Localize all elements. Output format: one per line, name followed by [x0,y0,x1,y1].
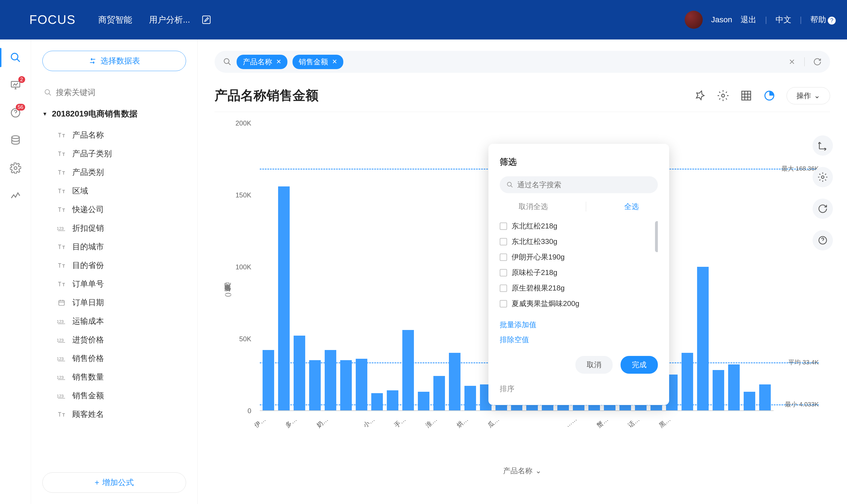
reload-icon[interactable] [813,199,833,219]
pill-product-name[interactable]: 产品名称✕ [237,55,288,69]
checkbox-icon[interactable] [500,254,507,261]
operate-button[interactable]: 操作⌄ [786,87,830,104]
bar[interactable] [356,359,367,410]
field-label: 目的城市 [72,241,104,252]
filter-option[interactable]: 东北红松218g [500,218,658,234]
field-label: 订单单号 [72,278,104,289]
bar[interactable] [681,353,693,410]
help-icon[interactable] [813,230,833,250]
scrollbar-thumb[interactable] [655,221,658,252]
bar[interactable] [387,390,398,410]
logout-link[interactable]: 退出 [741,14,756,25]
filter-option[interactable]: 原生碧根果218g [500,280,658,296]
field-item[interactable]: 产品类别 [42,165,186,180]
checkbox-icon[interactable] [500,269,507,276]
field-item[interactable]: 订单单号 [42,276,186,292]
checkbox-icon[interactable] [500,300,507,307]
rail-trend-icon[interactable] [9,189,22,202]
bar[interactable] [697,267,709,410]
field-item[interactable]: 123折扣促销 [42,220,186,236]
field-search-input[interactable] [56,88,186,97]
field-item[interactable]: 顾客姓名 [42,407,186,422]
clear-icon[interactable] [788,58,796,66]
brand-text: FOCUS [29,13,76,27]
bar[interactable] [340,360,352,410]
gear-icon[interactable] [813,167,833,187]
help-link[interactable]: 帮助? [810,14,836,25]
field-item[interactable]: 123运输成本 [42,313,186,329]
close-icon[interactable]: ✕ [332,58,337,66]
num-type-icon: 123 [56,392,67,399]
bar[interactable] [294,336,305,410]
bar[interactable] [402,330,414,410]
popover-search-input[interactable] [517,180,651,189]
field-search[interactable] [42,88,186,97]
triangle-down-icon: ▼ [42,111,48,117]
lang-link[interactable]: 中文 [776,14,791,25]
bar[interactable] [728,364,740,410]
rail-search-icon[interactable] [9,51,22,64]
chevron-icon: › [224,288,231,290]
bar[interactable] [464,386,476,410]
bar[interactable] [325,350,336,410]
rail-board-icon[interactable]: 2 [9,78,22,92]
field-item[interactable]: 123销售金额 [42,388,186,403]
field-label: 区域 [72,185,88,196]
filter-option[interactable]: 东北红松330g [500,234,658,249]
refresh-icon[interactable] [813,57,822,66]
bar[interactable] [371,393,383,410]
popover-search[interactable] [500,176,658,193]
gear-icon[interactable] [717,90,729,102]
field-item[interactable]: 123进货价格 [42,332,186,347]
sort-label[interactable]: 排序 [500,384,658,394]
filter-option[interactable]: 伊朗开心果190g [500,249,658,265]
bar[interactable] [418,392,429,410]
checkbox-icon[interactable] [500,285,507,292]
bar[interactable] [263,350,274,410]
field-item[interactable]: 订单日期 [42,295,186,310]
pin-icon[interactable] [694,90,706,102]
field-item[interactable]: 区域 [42,183,186,199]
field-item[interactable]: 123销售数量 [42,370,186,385]
batch-add-link[interactable]: 批量添加值 [500,320,658,330]
avatar[interactable] [685,11,703,29]
username[interactable]: Jason [711,15,732,24]
rail-question-icon[interactable]: 56 [9,106,22,120]
y-axis-title[interactable]: 销售金额(总和) › [223,288,232,297]
filter-option[interactable]: 夏威夷果盐焗味200g [500,296,658,311]
filter-option[interactable]: 原味松子218g [500,265,658,280]
nav-tab-user[interactable]: 用户分析... [149,14,190,26]
filter-option-list[interactable]: 东北红松218g东北红松330g伊朗开心果190g原味松子218g原生碧根果21… [500,218,658,311]
bar[interactable] [449,353,461,410]
field-item[interactable]: 123销售价格 [42,351,186,366]
axis-toggle-icon[interactable] [813,136,833,156]
bar[interactable] [309,360,321,410]
exclude-null-link[interactable]: 排除空值 [500,335,658,345]
bar[interactable] [744,392,755,410]
rail-settings-icon[interactable] [9,161,22,175]
bar[interactable] [759,384,771,410]
pill-sales-amount[interactable]: 销售金额✕ [293,55,343,69]
deselect-all[interactable]: 取消全选 [519,202,548,212]
dataset-header[interactable]: ▼ 20182019电商销售数据 [42,108,186,120]
cancel-button[interactable]: 取消 [575,356,613,374]
field-item[interactable]: 产品名称 [42,127,186,143]
add-formula-button[interactable]: + 增加公式 [42,472,186,493]
rail-database-icon[interactable] [9,134,22,147]
pie-chart-icon[interactable] [763,90,775,102]
field-item[interactable]: 目的城市 [42,239,186,254]
field-item[interactable]: 目的省份 [42,258,186,273]
close-icon[interactable]: ✕ [276,58,281,66]
edit-icon[interactable] [201,15,211,25]
select-table-button[interactable]: 选择数据表 [42,51,186,71]
checkbox-icon[interactable] [500,222,507,230]
table-icon[interactable] [740,90,752,102]
x-axis-title[interactable]: 产品名称⌄ [503,466,541,476]
field-item[interactable]: 快递公司 [42,202,186,217]
checkbox-icon[interactable] [500,238,507,245]
select-all[interactable]: 全选 [624,202,639,212]
bar[interactable] [278,186,290,410]
ok-button[interactable]: 完成 [621,356,658,374]
nav-tab-biz[interactable]: 商贸智能 [98,14,132,26]
field-item[interactable]: 产品子类别 [42,146,186,161]
